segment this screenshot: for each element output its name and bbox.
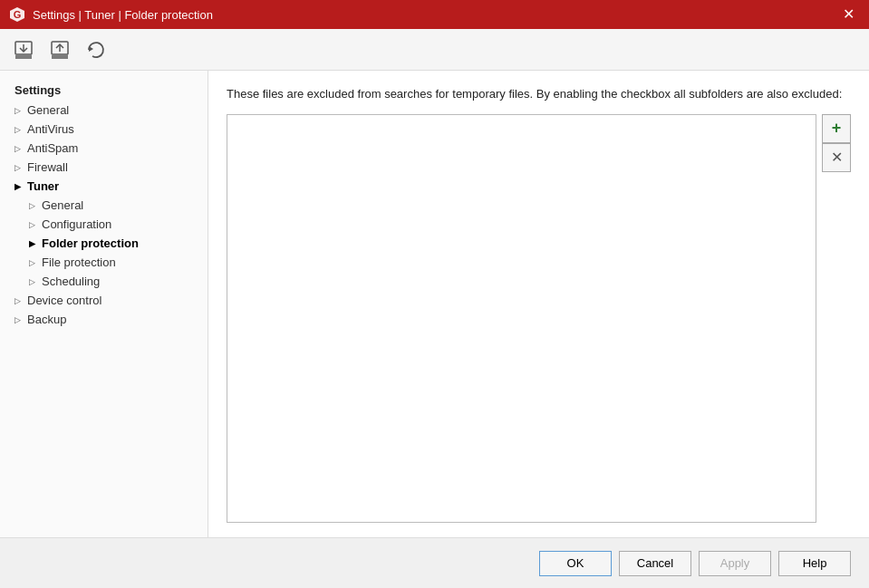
arrow-icon: ▶ — [14, 182, 21, 191]
plus-icon: + — [832, 119, 842, 138]
import-button[interactable] — [9, 35, 38, 64]
sidebar-item-firewall[interactable]: ▷ Firewall — [0, 158, 208, 177]
svg-marker-10 — [89, 46, 93, 52]
cancel-button[interactable]: Cancel — [619, 551, 691, 576]
ok-button[interactable]: OK — [539, 551, 612, 576]
sidebar-section-title: Settings — [0, 80, 208, 101]
arrow-icon: ▷ — [29, 277, 35, 286]
sidebar-item-label: Device control — [27, 294, 101, 307]
app-logo-icon: G — [9, 6, 25, 23]
title-bar: G Settings | Tuner | Folder protection ✕ — [0, 0, 869, 29]
sidebar-item-label: Backup — [27, 313, 66, 326]
refresh-icon — [85, 39, 107, 61]
window-title: Settings | Tuner | Folder protection — [33, 8, 213, 22]
sidebar-item-label: Scheduling — [42, 275, 100, 288]
sidebar-item-scheduling[interactable]: ▷ Scheduling — [0, 272, 208, 291]
sidebar-item-antispam[interactable]: ▷ AntiSpam — [0, 139, 208, 158]
arrow-icon: ▷ — [14, 163, 21, 172]
exclusions-list[interactable] — [227, 114, 816, 524]
sidebar-item-backup[interactable]: ▷ Backup — [0, 310, 208, 329]
import-icon — [13, 39, 34, 61]
sidebar-item-label: Firewall — [27, 160, 68, 174]
arrow-icon: ▷ — [29, 258, 35, 267]
sidebar-item-label: Configuration — [42, 217, 111, 231]
sidebar-item-label: File protection — [42, 255, 116, 269]
sidebar-item-file-protection[interactable]: ▷ File protection — [0, 253, 208, 272]
content-panel: These files are excluded from searches f… — [208, 71, 869, 537]
times-icon: ✕ — [831, 149, 843, 166]
sidebar-item-tuner-general[interactable]: ▷ General — [0, 196, 208, 215]
arrow-icon: ▷ — [14, 296, 21, 305]
content-description: These files are excluded from searches f… — [227, 85, 851, 103]
add-folder-button[interactable]: + — [822, 114, 851, 143]
sidebar-item-tuner-configuration[interactable]: ▷ Configuration — [0, 215, 208, 234]
arrow-icon: ▷ — [14, 144, 21, 153]
main-layout: Settings ▷ General ▷ AntiVirus ▷ AntiSpa… — [0, 71, 869, 537]
arrow-icon: ▷ — [29, 201, 35, 210]
title-bar-left: G Settings | Tuner | Folder protection — [9, 6, 213, 23]
close-button[interactable]: ✕ — [837, 5, 860, 24]
arrow-icon: ▶ — [29, 239, 35, 248]
svg-text:G: G — [14, 9, 22, 20]
sidebar-item-general[interactable]: ▷ General — [0, 101, 208, 120]
export-button[interactable] — [45, 35, 74, 64]
sidebar-item-antivirus[interactable]: ▷ AntiVirus — [0, 120, 208, 139]
sidebar-item-label: Folder protection — [42, 236, 139, 250]
list-buttons: + ✕ — [822, 114, 851, 524]
sidebar-item-label: AntiVirus — [27, 122, 74, 136]
arrow-icon: ▷ — [29, 220, 35, 229]
sidebar-item-device-control[interactable]: ▷ Device control — [0, 291, 208, 310]
arrow-icon: ▷ — [14, 106, 21, 115]
sidebar: Settings ▷ General ▷ AntiVirus ▷ AntiSpa… — [0, 71, 208, 537]
help-button[interactable]: Help — [778, 551, 851, 576]
toolbar — [0, 29, 869, 71]
sidebar-item-label: Tuner — [27, 179, 59, 193]
apply-button[interactable]: Apply — [699, 551, 771, 576]
footer: OK Cancel Apply Help — [0, 537, 869, 588]
list-area-wrapper: + ✕ — [227, 114, 851, 524]
export-icon — [49, 39, 71, 61]
sidebar-item-label: General — [42, 198, 83, 212]
remove-folder-button[interactable]: ✕ — [822, 143, 851, 172]
refresh-button[interactable] — [82, 35, 111, 64]
arrow-icon: ▷ — [14, 125, 21, 134]
sidebar-item-label: General — [27, 103, 69, 117]
sidebar-item-folder-protection[interactable]: ▶ Folder protection — [0, 234, 208, 253]
sidebar-item-label: AntiSpam — [27, 141, 78, 155]
sidebar-item-tuner[interactable]: ▶ Tuner — [0, 177, 208, 196]
arrow-icon: ▷ — [14, 315, 21, 324]
